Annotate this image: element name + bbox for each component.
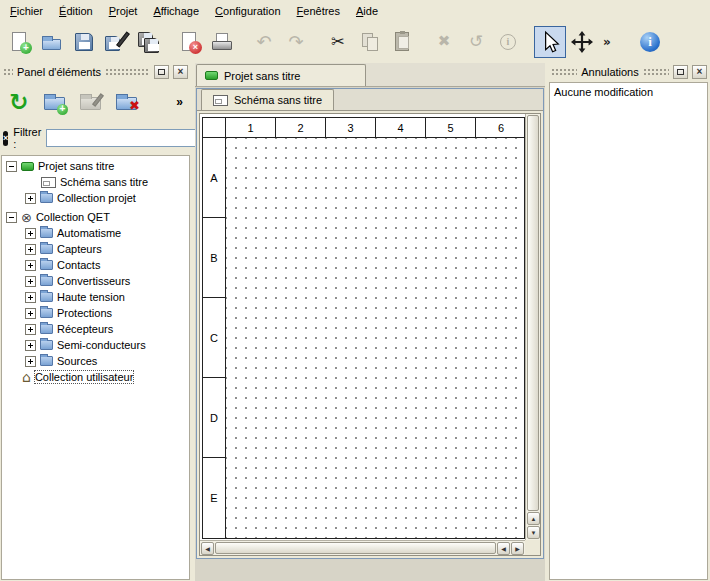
elements-panel-toolbar: ↻ ✖ » — [0, 82, 191, 122]
expand-icon[interactable] — [25, 356, 36, 367]
expand-icon[interactable] — [25, 244, 36, 255]
dock-handle[interactable] — [105, 68, 150, 76]
project-icon — [205, 71, 218, 80]
filter-input[interactable] — [46, 129, 196, 147]
delete-element-button[interactable]: ✖ — [110, 85, 144, 119]
tree-item-capteurs[interactable]: Capteurs — [2, 241, 189, 257]
folder-icon — [40, 340, 53, 350]
open-folder-icon — [40, 30, 64, 54]
dot-grid[interactable] — [226, 138, 524, 538]
schema-tab[interactable]: Schéma sans titre — [201, 89, 334, 110]
about-button[interactable]: i — [634, 26, 666, 58]
panel-overflow-button[interactable]: » — [176, 95, 183, 109]
collapse-icon[interactable] — [6, 212, 17, 223]
dock-handle[interactable] — [551, 68, 577, 76]
dock-close-button[interactable]: × — [692, 65, 707, 79]
undo-icon: ↶ — [256, 33, 271, 51]
diagram-info-button[interactable]: i — [492, 26, 524, 58]
schema-tab-label: Schéma sans titre — [234, 94, 322, 106]
edit-element-button[interactable] — [74, 85, 108, 119]
print-button[interactable] — [206, 26, 238, 58]
menu-projet[interactable]: Projet — [101, 2, 146, 20]
toolbar-separator — [418, 26, 428, 58]
menu-configuration[interactable]: Configuration — [207, 2, 288, 20]
horizontal-scroll-thumb[interactable] — [215, 542, 496, 554]
save-all-icon — [136, 30, 160, 54]
close-file-button[interactable] — [174, 26, 206, 58]
delete-button[interactable]: ✖ — [428, 26, 460, 58]
dock-handle[interactable] — [643, 68, 669, 76]
copy-button[interactable] — [354, 26, 386, 58]
paste-button[interactable] — [386, 26, 418, 58]
scroll-right-button[interactable]: ▶ — [511, 542, 524, 555]
arrow-right-icon: ▶ — [515, 545, 520, 552]
new-element-button[interactable] — [38, 85, 72, 119]
toolbar-overflow-button[interactable]: » — [598, 26, 616, 58]
vertical-scrollbar[interactable]: ▲ ▼ — [525, 114, 540, 540]
folder-pencil-icon — [78, 89, 104, 115]
select-mode-button[interactable] — [534, 26, 566, 58]
project-tab[interactable]: Projet sans titre — [196, 64, 366, 86]
tree-item-semi-conducteurs[interactable]: Semi-conducteurs — [2, 337, 189, 353]
schema-canvas[interactable]: 1 2 3 4 5 6 A B C D — [200, 114, 525, 540]
undo-history-list[interactable]: Aucune modification — [549, 82, 708, 580]
open-project-button[interactable] — [36, 26, 68, 58]
undo-list-item[interactable]: Aucune modification — [554, 86, 703, 98]
expand-icon[interactable] — [25, 276, 36, 287]
new-document-button[interactable] — [4, 26, 36, 58]
menu-fichier[interactable]: Fichier — [2, 2, 51, 20]
menu-fenetres[interactable]: Fenêtres — [289, 2, 348, 20]
undo-button[interactable]: ↶ — [248, 26, 280, 58]
pan-mode-button[interactable] — [566, 26, 598, 58]
tree-item-recepteurs[interactable]: Récepteurs — [2, 321, 189, 337]
collapse-icon[interactable] — [6, 161, 17, 172]
expand-icon[interactable] — [25, 340, 36, 351]
clear-filter-button[interactable]: × — [3, 131, 8, 146]
vertical-scroll-thumb[interactable] — [527, 115, 539, 511]
save-icon — [72, 30, 96, 54]
chevron-double-right-icon: » — [603, 36, 611, 48]
cut-button[interactable]: ✂ — [322, 26, 354, 58]
save-as-button[interactable] — [100, 26, 132, 58]
tree-item-collection-qet[interactable]: ⊗ Collection QET — [2, 209, 189, 225]
rotate-button[interactable]: ↺ — [460, 26, 492, 58]
tree-item-contacts[interactable]: Contacts — [2, 257, 189, 273]
expand-icon[interactable] — [25, 260, 36, 271]
tree-item-project[interactable]: Projet sans titre — [2, 158, 189, 174]
dock-float-button[interactable] — [154, 65, 169, 79]
schema-icon — [213, 95, 228, 106]
tree-item-protections[interactable]: Protections — [2, 305, 189, 321]
save-all-button[interactable] — [132, 26, 164, 58]
column-header: 5 — [426, 118, 476, 138]
scroll-left-button[interactable]: ◀ — [497, 542, 510, 555]
tree-item-convertisseurs[interactable]: Convertisseurs — [2, 273, 189, 289]
tree-item-schema[interactable]: Schéma sans titre — [2, 174, 189, 190]
expand-icon[interactable] — [25, 228, 36, 239]
schema-icon — [41, 177, 56, 188]
menu-edition[interactable]: Édition — [51, 2, 101, 20]
scroll-down-button[interactable]: ▼ — [527, 526, 540, 539]
save-button[interactable] — [68, 26, 100, 58]
expand-icon[interactable] — [25, 308, 36, 319]
tree-item-collection-utilisateur[interactable]: ⌂ Collection utilisateur — [2, 369, 189, 385]
menu-affichage[interactable]: Affichage — [145, 2, 207, 20]
close-icon: × — [697, 66, 703, 77]
reload-collections-button[interactable]: ↻ — [2, 85, 36, 119]
expand-icon[interactable] — [25, 193, 36, 204]
redo-button[interactable]: ↷ — [280, 26, 312, 58]
tree-item-label: Collection utilisateur — [35, 371, 133, 383]
dock-handle[interactable] — [3, 68, 13, 76]
tree-item-automatisme[interactable]: Automatisme — [2, 225, 189, 241]
dock-close-button[interactable]: × — [173, 65, 188, 79]
move-arrows-icon — [570, 30, 594, 54]
tree-item-collection-projet[interactable]: Collection projet — [2, 190, 189, 206]
tree-item-haute-tension[interactable]: Haute tension — [2, 289, 189, 305]
expand-icon[interactable] — [25, 292, 36, 303]
dock-float-button[interactable] — [673, 65, 688, 79]
menu-aide[interactable]: Aide — [348, 2, 386, 20]
tree-item-sources[interactable]: Sources — [2, 353, 189, 369]
horizontal-scrollbar[interactable]: ◀ ◀ ▶ — [200, 540, 525, 555]
expand-icon[interactable] — [25, 324, 36, 335]
scroll-up-button[interactable]: ▲ — [527, 512, 540, 525]
scroll-left-button[interactable]: ◀ — [201, 542, 214, 555]
